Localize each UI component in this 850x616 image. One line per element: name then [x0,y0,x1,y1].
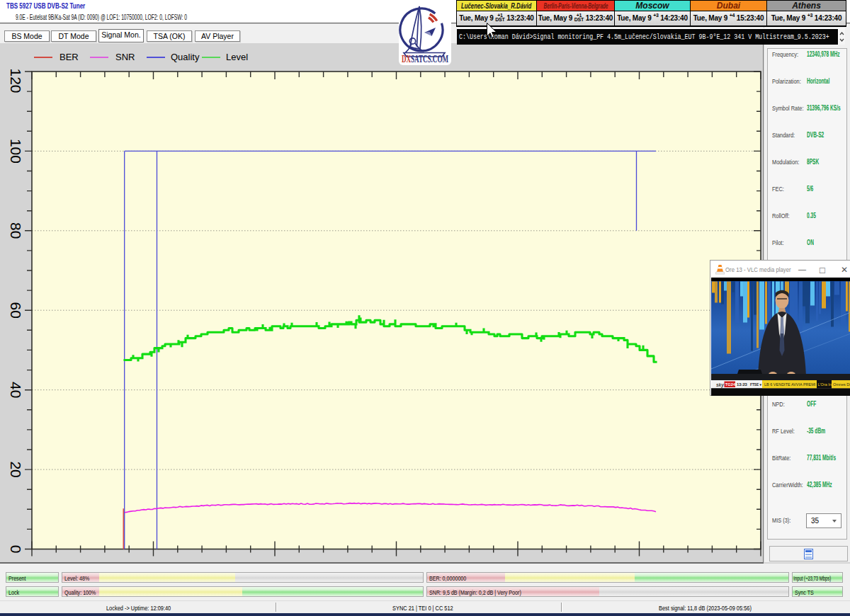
svg-text:120: 120 [8,68,24,93]
svg-text:60: 60 [8,302,24,319]
svg-text:L'Ora In: L'Ora In [818,382,832,387]
svg-text:TG24: TG24 [725,382,736,387]
svg-text:DXSATCS.COM: DXSATCS.COM [402,53,448,64]
svg-text:40: 40 [8,382,24,398]
svg-text:Omnes Did: Omnes Did [833,382,850,387]
svg-text:80: 80 [8,222,24,239]
svg-text:100: 100 [8,139,24,164]
svg-text:13:23: 13:23 [737,382,748,387]
svg-text:0: 0 [8,545,24,554]
svg-text:sky: sky [716,382,724,388]
svg-text:20: 20 [8,461,24,477]
